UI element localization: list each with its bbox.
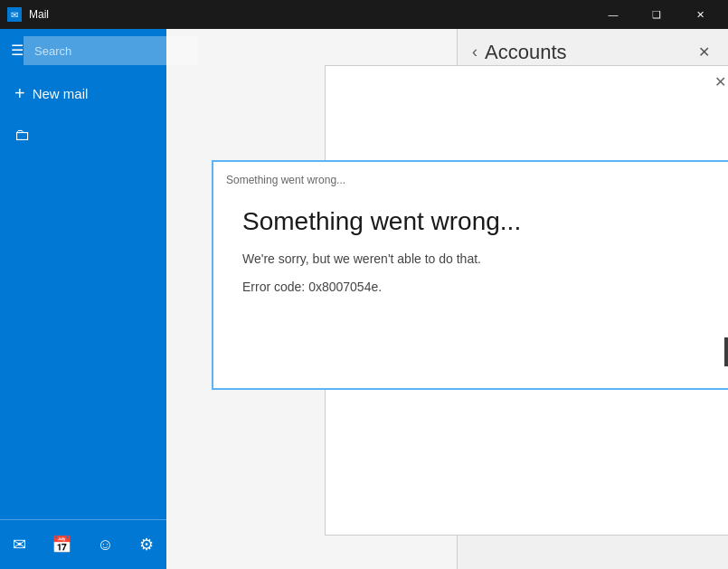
folder-item[interactable]: 🗀 — [0, 115, 166, 156]
title-bar: ✉ Mail — ❑ ✕ — [0, 0, 728, 29]
error-dialog-message: We're sorry, but we weren't able to do t… — [242, 251, 728, 269]
error-dialog-footer: Close — [213, 337, 728, 388]
mail-icon[interactable]: ✉ — [4, 529, 35, 560]
accounts-popup-close-icon[interactable]: ✕ — [714, 73, 726, 90]
app-icon: ✉ — [7, 7, 22, 22]
folder-icon: 🗀 — [14, 126, 31, 145]
error-dialog-heading: Something went wrong... — [242, 207, 728, 236]
settings-icon[interactable]: ⚙ — [130, 529, 163, 560]
error-dialog-titlebar-text: Something went wrong... — [226, 174, 345, 186]
search-input[interactable] — [24, 36, 197, 65]
accounts-close-icon[interactable]: ✕ — [695, 40, 714, 64]
sidebar: ☰ + New mail 🗀 ✉ 📅 ☺ ⚙ — [0, 29, 166, 569]
error-dialog-titlebar: Something went wrong... — [213, 162, 728, 193]
error-close-button[interactable]: Close — [724, 337, 728, 366]
new-mail-label: New mail — [33, 86, 89, 101]
hamburger-icon[interactable]: ☰ — [11, 43, 24, 58]
error-dialog: Something went wrong... Something went w… — [212, 160, 728, 390]
app-layout: ☰ + New mail 🗀 ✉ 📅 ☺ ⚙ ✕ Something wen — [0, 29, 728, 569]
sidebar-bottom: ✉ 📅 ☺ ⚙ — [0, 519, 166, 569]
new-mail-button[interactable]: + New mail — [0, 72, 166, 115]
sidebar-top-row: ☰ — [0, 29, 166, 72]
window-controls: — ❑ ✕ — [592, 0, 721, 29]
accounts-back-icon[interactable]: ‹ — [472, 43, 477, 62]
error-dialog-body: Something went wrong... We're sorry, but… — [213, 193, 728, 337]
minimize-button[interactable]: — — [592, 0, 634, 29]
error-dialog-code: Error code: 0x8007054e. — [242, 280, 728, 294]
new-mail-plus-icon: + — [14, 83, 25, 104]
people-icon[interactable]: ☺ — [88, 530, 122, 560]
title-bar-left: ✉ Mail — [7, 7, 49, 22]
window-close-button[interactable]: ✕ — [679, 0, 721, 29]
accounts-title: Accounts — [485, 41, 567, 64]
app-title: Mail — [29, 8, 49, 21]
main-content: ✕ Something went wrong... Something went… — [166, 29, 728, 569]
maximize-button[interactable]: ❑ — [636, 0, 677, 29]
calendar-icon[interactable]: 📅 — [43, 529, 80, 560]
